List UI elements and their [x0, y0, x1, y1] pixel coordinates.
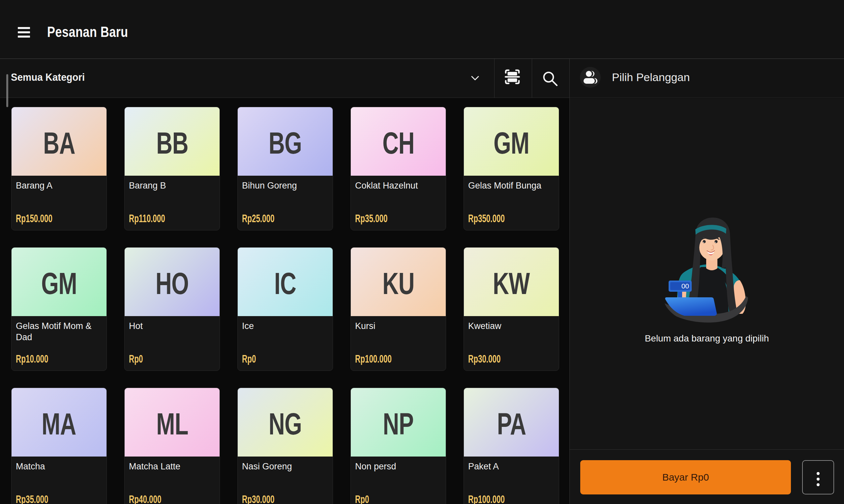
svg-text:00: 00: [681, 282, 689, 290]
